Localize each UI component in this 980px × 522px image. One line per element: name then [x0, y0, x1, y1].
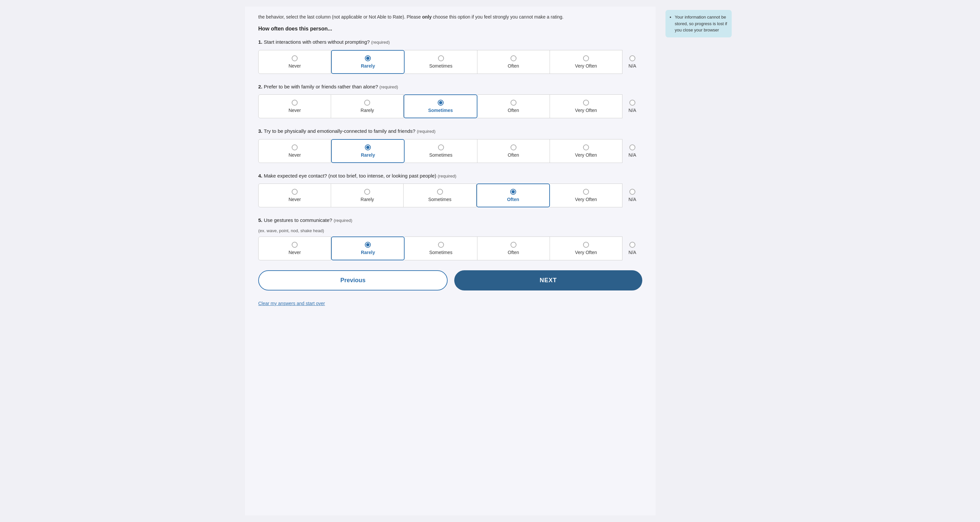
option-label-often: Often — [508, 250, 519, 255]
question-2-options: Never Rarely Sometimes Often Very Often … — [258, 94, 642, 118]
radio-very often — [583, 242, 589, 248]
radio-never — [292, 145, 298, 150]
option-label-sometimes: Sometimes — [428, 197, 451, 202]
question-5-option-sometimes[interactable]: Sometimes — [404, 237, 477, 260]
option-label-very often: Very Often — [575, 152, 597, 158]
previous-button[interactable]: Previous — [258, 270, 448, 290]
option-label-sometimes: Sometimes — [429, 152, 452, 158]
question-4-option-rarely[interactable]: Rarely — [331, 183, 404, 207]
radio-rarely — [364, 189, 370, 195]
question-5-subtitle: (ex. wave, point, nod, shake head) — [258, 228, 642, 233]
question-4-options: Never Rarely Sometimes Often Very Often … — [258, 183, 642, 207]
question-1-option-often[interactable]: Often — [477, 50, 550, 74]
option-label-often: Often — [508, 63, 519, 68]
radio-very often — [583, 145, 589, 150]
option-label-sometimes: Sometimes — [429, 250, 452, 255]
radio-never — [292, 189, 298, 195]
question-4-option-often[interactable]: Often — [476, 183, 550, 207]
question-2-option-na[interactable]: N/A — [622, 94, 642, 118]
questions-container: 1. Start interactions with others withou… — [258, 38, 642, 260]
radio-sometimes — [438, 55, 444, 61]
radio-sometimes — [438, 100, 444, 106]
question-5-option-very-often[interactable]: Very Often — [550, 237, 622, 260]
main-content: the behavior, select the last column (no… — [245, 6, 655, 516]
question-3-option-very-often[interactable]: Very Often — [550, 139, 622, 163]
option-label-often: Often — [507, 197, 519, 202]
question-3-option-na[interactable]: N/A — [622, 139, 642, 163]
radio-very often — [583, 189, 589, 195]
question-4-option-never[interactable]: Never — [258, 183, 331, 207]
option-label-rarely: Rarely — [361, 250, 375, 255]
option-label-never: Never — [288, 108, 301, 113]
option-label-na: N/A — [628, 152, 636, 158]
question-3-option-sometimes[interactable]: Sometimes — [404, 139, 477, 163]
question-1-label: 1. Start interactions with others withou… — [258, 38, 642, 46]
question-3-option-often[interactable]: Often — [477, 139, 550, 163]
option-label-often: Often — [508, 152, 519, 158]
question-4-option-na[interactable]: N/A — [622, 183, 642, 207]
page-container: the behavior, select the last column (no… — [245, 6, 735, 516]
question-1-option-sometimes[interactable]: Sometimes — [404, 50, 477, 74]
option-label-na: N/A — [628, 108, 636, 113]
option-label-often: Often — [508, 108, 519, 113]
question-3-options: Never Rarely Sometimes Often Very Often … — [258, 139, 642, 163]
radio-often — [511, 145, 517, 150]
buttons-row: Previous NEXT — [258, 270, 642, 290]
radio-rarely — [364, 100, 370, 106]
question-2-option-very-often[interactable]: Very Often — [550, 94, 622, 118]
next-button[interactable]: NEXT — [454, 270, 642, 290]
question-5: 5. Use gestures to communicate? (require… — [258, 216, 642, 260]
question-5-option-often[interactable]: Often — [477, 237, 550, 260]
question-1-option-very-often[interactable]: Very Often — [550, 50, 622, 74]
radio-very often — [583, 55, 589, 61]
question-1-options: Never Rarely Sometimes Often Very Often … — [258, 50, 642, 74]
question-3-option-never[interactable]: Never — [258, 139, 331, 163]
question-5-option-rarely[interactable]: Rarely — [331, 237, 404, 260]
question-1-option-never[interactable]: Never — [258, 50, 331, 74]
radio-never — [292, 100, 298, 106]
radio-na — [629, 242, 635, 248]
radio-na — [629, 189, 635, 195]
radio-rarely — [365, 145, 371, 150]
question-2-label: 2. Prefer to be with family or friends r… — [258, 83, 642, 91]
clear-link[interactable]: Clear my answers and start over — [258, 301, 325, 306]
radio-often — [511, 100, 517, 106]
option-label-rarely: Rarely — [361, 63, 375, 68]
question-1-option-rarely[interactable]: Rarely — [331, 50, 404, 74]
question-2: 2. Prefer to be with family or friends r… — [258, 83, 642, 119]
question-1-option-na[interactable]: N/A — [622, 50, 642, 74]
option-label-rarely: Rarely — [361, 197, 374, 202]
question-2-option-never[interactable]: Never — [258, 94, 331, 118]
question-3-label: 3. Try to be physically and emotionally-… — [258, 127, 642, 135]
radio-very often — [583, 100, 589, 106]
radio-sometimes — [437, 189, 443, 195]
question-5-label: 5. Use gestures to communicate? (require… — [258, 216, 642, 224]
option-label-sometimes: Sometimes — [428, 108, 453, 113]
option-label-very often: Very Often — [575, 250, 597, 255]
question-5-option-na[interactable]: N/A — [622, 237, 642, 260]
section-title: How often does this person... — [258, 26, 642, 32]
question-3-option-rarely[interactable]: Rarely — [331, 139, 404, 163]
radio-rarely — [365, 242, 371, 248]
question-5-options: Never Rarely Sometimes Often Very Often … — [258, 237, 642, 260]
radio-rarely — [365, 55, 371, 61]
question-4: 4. Make expected eye contact? (not too b… — [258, 172, 642, 208]
radio-na — [629, 55, 635, 61]
option-label-never: Never — [288, 250, 301, 255]
radio-never — [292, 242, 298, 248]
question-4-option-very-often[interactable]: Very Often — [550, 183, 622, 207]
radio-sometimes — [438, 145, 444, 150]
option-label-rarely: Rarely — [361, 152, 375, 158]
question-2-option-rarely[interactable]: Rarely — [331, 94, 404, 118]
radio-often — [511, 55, 517, 61]
intro-text: the behavior, select the last column (no… — [258, 13, 642, 21]
question-2-option-sometimes[interactable]: Sometimes — [404, 94, 477, 118]
option-label-na: N/A — [628, 250, 636, 255]
question-3: 3. Try to be physically and emotionally-… — [258, 127, 642, 163]
question-4-option-sometimes[interactable]: Sometimes — [404, 183, 476, 207]
radio-na — [629, 145, 635, 150]
question-2-option-often[interactable]: Often — [477, 94, 550, 118]
sidebar: Your information cannot be stored, so pr… — [662, 6, 735, 516]
question-5-option-never[interactable]: Never — [258, 237, 331, 260]
question-4-label: 4. Make expected eye contact? (not too b… — [258, 172, 642, 180]
